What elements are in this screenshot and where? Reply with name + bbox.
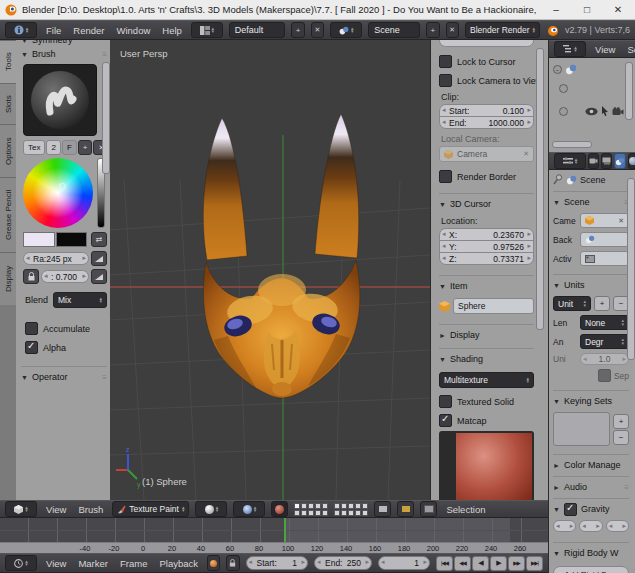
brush-radius-slider[interactable]: Ra:245 px — [23, 252, 89, 265]
tab-grease-pencil[interactable]: Grease Pencil — [0, 177, 16, 252]
panel-header-rigid-body-world[interactable]: Rigid Body W — [553, 542, 629, 560]
outliner-tree[interactable]: − — [549, 58, 635, 152]
object-name-field[interactable]: Sphere — [453, 298, 534, 314]
gravity-y-slider[interactable] — [579, 520, 602, 532]
accumulate-checkbox[interactable] — [25, 322, 38, 335]
close-button[interactable]: ✕ — [605, 2, 631, 18]
keying-lock-button[interactable] — [226, 555, 239, 571]
mode-dropdown[interactable]: Texture Paint — [112, 501, 189, 517]
fake-user-button[interactable]: F — [62, 140, 77, 155]
tab-scene[interactable] — [614, 153, 626, 169]
frame-start-field[interactable]: Start: 1 — [246, 556, 309, 570]
tab-world[interactable] — [628, 153, 635, 169]
tab-display[interactable]: Display — [0, 252, 16, 305]
blend-mode-dropdown[interactable]: Mix — [53, 292, 107, 308]
viewport-3d[interactable]: zy User Persp (1) Sphere — [110, 40, 430, 500]
lock-to-cursor-checkbox[interactable] — [439, 55, 452, 68]
stencil-icon-button[interactable] — [397, 501, 414, 517]
properties-scrollbar[interactable] — [627, 178, 635, 360]
record-button[interactable] — [207, 555, 220, 571]
tool-shelf-scrollbar[interactable] — [102, 62, 110, 174]
panel-header-symmetry[interactable]: Symmetry — [21, 40, 107, 47]
add-keying-set-button[interactable] — [613, 414, 629, 429]
active-clip-field[interactable] — [580, 251, 629, 266]
background-scene-field[interactable] — [580, 232, 629, 247]
jump-to-start-button[interactable] — [436, 556, 453, 571]
menu-view[interactable]: View — [43, 504, 69, 515]
tab-slots[interactable]: Slots — [0, 83, 16, 124]
editor-type-button-properties[interactable] — [554, 153, 586, 169]
menu-frame[interactable]: Frame — [117, 558, 150, 569]
delete-layout-button[interactable] — [311, 22, 324, 38]
layers-grid-1[interactable] — [294, 503, 328, 516]
unit-preset-dropdown[interactable]: Unit — [553, 296, 591, 311]
gravity-checkbox[interactable] — [564, 503, 577, 516]
editor-type-button-info[interactable] — [5, 22, 37, 38]
menu-view[interactable]: View — [43, 558, 69, 569]
strength-lock-button[interactable] — [23, 269, 39, 284]
add-rigid-body-world-button[interactable]: Add Rigid Bo... — [553, 566, 629, 573]
play-reverse-button[interactable] — [472, 556, 489, 571]
selectable-cursor-icon[interactable] — [601, 106, 609, 116]
shading-mode-dropdown[interactable]: Multitexture — [439, 372, 534, 388]
minimize-button[interactable]: – — [543, 2, 569, 18]
panel-header-item[interactable]: Item — [439, 275, 534, 293]
tab-options[interactable]: Options — [0, 124, 16, 177]
outliner-hscrollbar[interactable] — [552, 141, 592, 148]
clip-end-slider[interactable]: End: 1000.000 — [439, 116, 534, 129]
panel-header-scene[interactable]: Scene — [553, 191, 629, 209]
outliner-row-scene[interactable]: − — [553, 64, 577, 75]
selection-mask-label[interactable]: Selection — [443, 504, 488, 515]
render-border-checkbox[interactable] — [439, 170, 452, 183]
collapse-circle-icon[interactable] — [559, 84, 568, 93]
length-dropdown[interactable]: None — [580, 315, 629, 330]
brush-preview[interactable] — [23, 64, 97, 136]
outliner-row-child[interactable] — [559, 84, 568, 93]
panel-header-units[interactable]: Units — [553, 274, 629, 292]
outliner-row-object[interactable] — [559, 106, 624, 116]
panel-header-audio[interactable]: Audio — [553, 476, 629, 494]
unit-scale-slider[interactable]: 1.0 — [580, 353, 629, 365]
screen-layout-button[interactable] — [191, 22, 223, 38]
visibility-eye-icon[interactable] — [585, 107, 598, 116]
render-engine-dropdown[interactable]: Blender Render — [465, 22, 540, 38]
menu-render[interactable]: Render — [70, 25, 107, 36]
lock-camera-checkbox[interactable] — [439, 74, 452, 87]
texture-button[interactable]: Tex — [23, 140, 45, 155]
panel-header-gravity[interactable]: Gravity — [553, 498, 629, 516]
menu-view[interactable]: View — [592, 44, 618, 55]
current-frame-line[interactable] — [284, 518, 286, 542]
panel-header-shading[interactable]: Shading — [439, 348, 534, 366]
menu-search[interactable]: Sea — [624, 44, 635, 55]
add-layout-button[interactable] — [291, 22, 304, 38]
panel-header-display[interactable]: Display — [439, 324, 534, 342]
timeline-tracks[interactable] — [0, 518, 548, 542]
matcap-preview[interactable] — [439, 431, 534, 500]
alpha-checkbox[interactable] — [25, 341, 38, 354]
outliner-vscrollbar[interactable] — [625, 62, 633, 120]
swap-colors-button[interactable] — [91, 232, 107, 247]
menu-window[interactable]: Window — [113, 25, 153, 36]
gravity-z-slider[interactable] — [606, 520, 629, 532]
panel-header-keying-sets[interactable]: Keying Sets — [553, 390, 629, 408]
panel-header-operator[interactable]: Operator — [21, 366, 107, 384]
add-texture-button[interactable] — [78, 140, 93, 155]
scene-camera-field[interactable] — [580, 213, 629, 228]
matcap-checkbox[interactable] — [439, 414, 452, 427]
panel-header-brush[interactable]: Brush — [21, 47, 107, 61]
cursor-z-slider[interactable]: Z: 0.73371 — [439, 252, 534, 265]
tab-render[interactable] — [588, 153, 599, 169]
tab-tools[interactable]: Tools — [0, 40, 16, 83]
collapse-circle-icon[interactable] — [559, 107, 568, 116]
clear-icon[interactable] — [618, 217, 624, 225]
remove-keying-set-button[interactable]: − — [613, 430, 629, 445]
play-button[interactable] — [490, 556, 507, 571]
menu-file[interactable]: File — [43, 25, 64, 36]
menu-playback[interactable]: Playback — [156, 558, 201, 569]
jump-to-end-button[interactable] — [526, 556, 543, 571]
secondary-color-swatch[interactable] — [56, 232, 88, 247]
tab-render-layers[interactable] — [601, 153, 612, 169]
editor-type-button-3dview[interactable] — [5, 501, 37, 517]
n-panel-scrollbar[interactable] — [536, 48, 544, 330]
pin-icon[interactable] — [553, 174, 563, 185]
